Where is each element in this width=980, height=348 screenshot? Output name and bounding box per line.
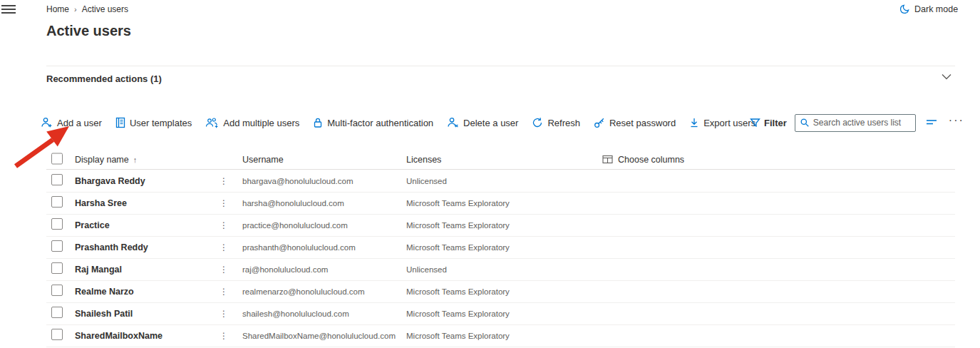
person-delete-icon — [447, 117, 459, 128]
template-icon — [115, 117, 125, 128]
user-templates-label: User templates — [130, 118, 192, 128]
person-add-icon — [41, 117, 53, 128]
row-checkbox[interactable] — [51, 174, 63, 185]
search-input[interactable] — [813, 118, 911, 128]
refresh-label: Refresh — [547, 118, 580, 128]
page-title: Active users — [46, 23, 131, 39]
choose-columns-button[interactable]: Choose columns — [602, 155, 684, 165]
row-display-name[interactable]: Prashanth Reddy — [75, 242, 148, 252]
table-row: Realme Narzo ⋮ realmenarzo@honolulucloud… — [46, 281, 955, 303]
filter-button[interactable]: Filter — [750, 118, 787, 128]
filter-label: Filter — [764, 118, 787, 128]
active-users-page: Home›Active users Dark mode Active users… — [0, 0, 980, 348]
add-multiple-users-label: Add multiple users — [223, 118, 299, 128]
row-display-name[interactable]: Harsha Sree — [75, 198, 127, 208]
row-licenses: Unlicensed — [406, 177, 447, 185]
choose-columns-icon — [602, 155, 613, 164]
row-checkbox[interactable] — [51, 262, 63, 274]
export-icon — [689, 117, 699, 128]
row-display-name[interactable]: Shailesh Patil — [75, 309, 133, 319]
row-checkbox[interactable] — [51, 307, 63, 318]
row-licenses: Microsoft Teams Exploratory — [406, 199, 510, 208]
section-divider — [46, 66, 955, 66]
row-checkbox[interactable] — [51, 285, 63, 296]
row-username: raj@honolulucloud.com — [242, 265, 328, 274]
key-icon — [594, 117, 605, 128]
row-display-name[interactable]: Practice — [75, 220, 110, 230]
row-more-icon[interactable]: ⋮ — [220, 287, 228, 297]
row-more-icon[interactable]: ⋮ — [220, 309, 228, 319]
select-all-checkbox[interactable] — [51, 153, 63, 164]
column-header-display-name[interactable]: Display name↑ — [75, 155, 137, 165]
multi-factor-auth-label: Multi-factor authentication — [327, 118, 433, 128]
row-checkbox[interactable] — [51, 196, 63, 208]
table-row: Shailesh Patil ⋮ shailesh@honolulucloud.… — [46, 303, 955, 325]
toolbar: Add a user User templates Add multiple u… — [41, 114, 755, 131]
table-row: Bhargava Reddy ⋮ bhargava@honolulucloud.… — [46, 170, 955, 193]
multi-factor-auth-button[interactable]: Multi-factor authentication — [313, 117, 433, 128]
breadcrumb: Home›Active users — [46, 4, 128, 14]
row-username: harsha@honolulucloud.com — [242, 199, 344, 208]
display-name-header-label: Display name — [75, 155, 129, 165]
row-display-name[interactable]: Realme Narzo — [75, 287, 134, 297]
dark-mode-label: Dark mode — [914, 4, 958, 14]
sort-ascending-icon: ↑ — [133, 155, 138, 164]
row-licenses: Microsoft Teams Exploratory — [406, 309, 510, 318]
row-checkbox[interactable] — [51, 329, 63, 340]
refresh-icon — [532, 117, 543, 128]
breadcrumb-separator: › — [74, 5, 77, 14]
breadcrumb-home[interactable]: Home — [46, 4, 69, 14]
filter-funnel-icon — [750, 118, 760, 128]
row-checkbox[interactable] — [51, 218, 63, 230]
row-more-icon[interactable]: ⋮ — [220, 220, 228, 230]
row-licenses: Microsoft Teams Exploratory — [406, 287, 510, 296]
reset-password-label: Reset password — [609, 118, 676, 128]
row-checkbox[interactable] — [51, 240, 63, 252]
user-templates-button[interactable]: User templates — [115, 117, 192, 128]
reset-password-button[interactable]: Reset password — [594, 117, 676, 128]
add-user-button[interactable]: Add a user — [41, 117, 102, 128]
row-more-icon[interactable]: ⋮ — [220, 198, 228, 208]
row-more-icon[interactable]: ⋮ — [220, 265, 228, 275]
export-users-button[interactable]: Export users — [689, 117, 755, 128]
user-table-body: Bhargava Reddy ⋮ bhargava@honolulucloud.… — [46, 170, 955, 347]
row-username: realmenarzo@honolulucloud.com — [242, 287, 365, 296]
row-licenses: Microsoft Teams Exploratory — [406, 332, 510, 340]
column-header-username[interactable]: Username — [242, 155, 284, 165]
row-username: prashanth@honolulucloud.com — [242, 243, 356, 252]
table-row: Prashanth Reddy ⋮ prashanth@honoluluclou… — [46, 237, 955, 259]
row-licenses: Microsoft Teams Exploratory — [406, 243, 510, 252]
row-username: bhargava@honolulucloud.com — [242, 177, 354, 185]
delete-user-button[interactable]: Delete a user — [447, 117, 518, 128]
row-more-icon[interactable]: ⋮ — [220, 331, 228, 341]
add-multiple-users-button[interactable]: Add multiple users — [205, 117, 299, 128]
view-options-icon[interactable] — [924, 118, 941, 127]
row-username: shailesh@honolulucloud.com — [242, 309, 349, 318]
export-users-label: Export users — [703, 118, 755, 128]
row-username: SharedMailboxName@honolulucloud.com — [242, 332, 396, 340]
column-header-licenses[interactable]: Licenses — [406, 155, 441, 165]
table-row: Practice ⋮ practice@honolulucloud.com Mi… — [46, 215, 955, 237]
dark-mode-toggle[interactable]: Dark mode — [899, 4, 958, 14]
row-display-name[interactable]: Raj Mangal — [75, 265, 122, 275]
more-actions-icon[interactable]: ··· — [949, 117, 964, 128]
breadcrumb-current: Active users — [82, 4, 128, 14]
search-icon — [800, 118, 810, 128]
chevron-down-icon[interactable] — [942, 73, 951, 80]
row-display-name[interactable]: SharedMailboxName — [75, 331, 163, 341]
row-more-icon[interactable]: ⋮ — [220, 242, 228, 252]
table-row: Harsha Sree ⋮ harsha@honolulucloud.com M… — [46, 193, 955, 215]
delete-user-label: Delete a user — [463, 118, 518, 128]
choose-columns-label: Choose columns — [618, 155, 684, 165]
add-user-label: Add a user — [57, 118, 102, 128]
refresh-button[interactable]: Refresh — [532, 117, 580, 128]
recommended-actions-section[interactable]: Recommended actions (1) — [46, 72, 955, 88]
hamburger-menu-icon[interactable] — [1, 3, 16, 14]
search-box[interactable] — [795, 114, 916, 132]
row-username: practice@honolulucloud.com — [242, 221, 348, 230]
row-display-name[interactable]: Bhargava Reddy — [75, 176, 145, 186]
people-add-icon — [205, 117, 219, 128]
recommended-actions-label: Recommended actions (1) — [46, 73, 162, 84]
row-more-icon[interactable]: ⋮ — [220, 176, 228, 186]
table-header-row: Display name↑ Username Licenses Choose c… — [46, 150, 955, 170]
